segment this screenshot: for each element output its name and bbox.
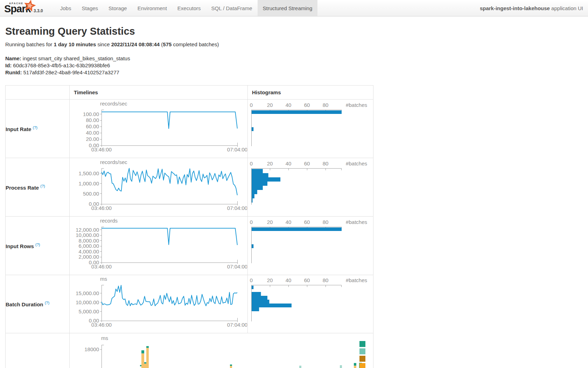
input-rate-help-link[interactable]: (?) — [33, 125, 37, 130]
page-title: Streaming Query Statistics — [5, 26, 588, 37]
query-name-line: Name:ingest smart_city shared_bikes_stat… — [5, 55, 588, 62]
tab-stages[interactable]: Stages — [76, 0, 103, 16]
svg-text:40: 40 — [286, 161, 292, 166]
svg-text:5,000.00: 5,000.00 — [79, 308, 99, 314]
legend-swatch — [359, 363, 365, 368]
tab-executors[interactable]: Executors — [172, 0, 206, 16]
query-runid-line: RunId:517afd3f-28e2-4ba8-9fe4-4102527a32… — [5, 69, 588, 76]
nav-tabs: Jobs Stages Storage Environment Executor… — [55, 0, 318, 16]
batch-duration-timeline-chart: ms15,000.0010,000.005,000.000.0003:46:00… — [70, 275, 247, 333]
svg-text:records/sec: records/sec — [100, 159, 127, 165]
svg-text:6,000.00: 6,000.00 — [79, 243, 99, 249]
svg-text:80: 80 — [323, 277, 329, 283]
batch-duration-help-link[interactable]: (?) — [45, 301, 49, 305]
svg-text:60.00: 60.00 — [86, 123, 99, 129]
svg-text:ms: ms — [100, 276, 107, 282]
main-content: Streaming Query Statistics Running batch… — [0, 26, 588, 368]
input-rows-help-link[interactable]: (?) — [35, 243, 40, 247]
row-label-batch-duration: Batch Duration (?) — [6, 275, 70, 333]
svg-text:20: 20 — [267, 219, 273, 225]
table-row: ms180001600014000 — [6, 333, 373, 368]
tab-environment[interactable]: Environment — [132, 0, 172, 16]
empty-header-cell — [6, 86, 70, 100]
svg-text:40.00: 40.00 — [86, 130, 99, 136]
svg-text:07:04:00: 07:04:00 — [227, 322, 247, 328]
svg-text:0: 0 — [250, 219, 253, 225]
svg-text:4,000.00: 4,000.00 — [79, 248, 99, 254]
row-label-input-rate: Input Rate (?) — [6, 100, 70, 158]
table-header-row: Timelines Histograms — [6, 86, 373, 100]
svg-text:03:46:00: 03:46:00 — [91, 146, 112, 152]
svg-text:20: 20 — [267, 161, 273, 166]
svg-text:07:04:00: 07:04:00 — [227, 146, 247, 152]
application-title: spark-ingest-into-lakehouse application … — [480, 0, 583, 16]
process-rate-timeline-chart: records/sec1,500.001,000.00500.000.0003:… — [70, 158, 247, 216]
application-name: spark-ingest-into-lakehouse — [480, 5, 550, 11]
svg-text:500.00: 500.00 — [83, 190, 99, 196]
svg-text:03:46:00: 03:46:00 — [91, 322, 112, 328]
svg-text:60: 60 — [304, 219, 310, 225]
completed-batches-count: 575 — [163, 41, 172, 47]
svg-text:20: 20 — [267, 102, 273, 108]
svg-text:60: 60 — [304, 277, 310, 283]
svg-text:10,000.00: 10,000.00 — [76, 299, 99, 305]
running-duration: 1 day 10 minutes — [54, 41, 96, 47]
start-timestamp: 2022/11/24 08:08:44 — [111, 41, 160, 47]
svg-text:1,000.00: 1,000.00 — [79, 180, 99, 186]
input-rows-timeline-chart: records12,000.0010,000.008,000.006,000.0… — [70, 217, 247, 275]
process-rate-histogram-chart: 020406080#batches — [248, 158, 373, 216]
spark-logo[interactable]: APACHE Spark — [4, 1, 31, 15]
svg-text:1,500.00: 1,500.00 — [79, 170, 99, 176]
svg-text:records: records — [100, 218, 118, 224]
tab-storage[interactable]: Storage — [103, 0, 132, 16]
input-rows-histogram-chart: 020406080#batches — [248, 217, 373, 275]
svg-text:100.00: 100.00 — [83, 111, 99, 117]
navbar: APACHE Spark 3.3.0 Jobs Stages Storage E… — [0, 0, 588, 16]
svg-text:03:46:00: 03:46:00 — [91, 205, 112, 211]
svg-text:18000: 18000 — [84, 346, 99, 352]
operation-duration-timeline-chart: ms180001600014000 — [70, 334, 373, 368]
svg-text:60: 60 — [304, 161, 310, 166]
legend-swatch — [359, 341, 365, 347]
table-row: Process Rate (?) records/sec1,500.001,00… — [6, 158, 373, 217]
tab-structured-streaming[interactable]: Structured Streaming — [258, 0, 318, 16]
input-rate-timeline-chart: records/sec100.0080.0060.0040.0020.000.0… — [70, 100, 247, 158]
tab-sql-dataframe[interactable]: SQL / DataFrame — [206, 0, 258, 16]
svg-text:80.00: 80.00 — [86, 117, 99, 123]
svg-text:40: 40 — [286, 277, 292, 283]
query-name-value: ingest smart_city shared_bikes_station_s… — [23, 55, 130, 61]
svg-text:8,000.00: 8,000.00 — [79, 237, 99, 243]
timelines-header: Timelines — [70, 86, 248, 100]
running-batches-line: Running batches for 1 day 10 minutes sin… — [5, 41, 588, 47]
row-label-input-rows: Input Rows (?) — [6, 217, 70, 275]
svg-text:records/sec: records/sec — [100, 101, 127, 107]
row-label-process-rate: Process Rate (?) — [6, 158, 70, 217]
svg-text:15,000.00: 15,000.00 — [76, 290, 99, 296]
svg-text:0: 0 — [250, 102, 253, 108]
spark-ui-page: APACHE Spark 3.3.0 Jobs Stages Storage E… — [0, 0, 588, 368]
tab-jobs[interactable]: Jobs — [55, 0, 77, 16]
spark-star-icon — [24, 0, 36, 12]
input-rate-histogram-chart: 020406080#batches — [248, 100, 373, 158]
svg-text:#batches: #batches — [346, 277, 367, 283]
svg-text:#batches: #batches — [346, 102, 367, 108]
svg-text:40: 40 — [286, 102, 292, 108]
svg-text:07:04:00: 07:04:00 — [227, 205, 247, 211]
process-rate-help-link[interactable]: (?) — [40, 184, 45, 188]
legend-swatch — [359, 356, 365, 362]
table-row: Batch Duration (?) ms15,000.0010,000.005… — [6, 275, 373, 333]
query-runid-value: 517afd3f-28e2-4ba8-9fe4-4102527a3277 — [23, 69, 119, 75]
batch-duration-histogram-chart: 020406080#batches — [248, 275, 373, 333]
svg-text:80: 80 — [323, 161, 329, 166]
svg-text:10,000.00: 10,000.00 — [76, 232, 99, 238]
query-id-line: Id:60dc3768-85e3-4fb5-a13c-63b29938bfe6 — [5, 62, 588, 69]
svg-text:03:46:00: 03:46:00 — [91, 264, 112, 270]
table-row: Input Rows (?) records12,000.0010,000.00… — [6, 217, 373, 275]
spark-brand: APACHE Spark 3.3.0 — [0, 0, 45, 16]
svg-text:07:04:00: 07:04:00 — [227, 264, 247, 270]
svg-text:60: 60 — [304, 102, 310, 108]
svg-text:#batches: #batches — [346, 161, 367, 166]
svg-text:ms: ms — [101, 335, 108, 341]
svg-text:80: 80 — [323, 219, 329, 225]
legend-swatch — [359, 348, 365, 354]
